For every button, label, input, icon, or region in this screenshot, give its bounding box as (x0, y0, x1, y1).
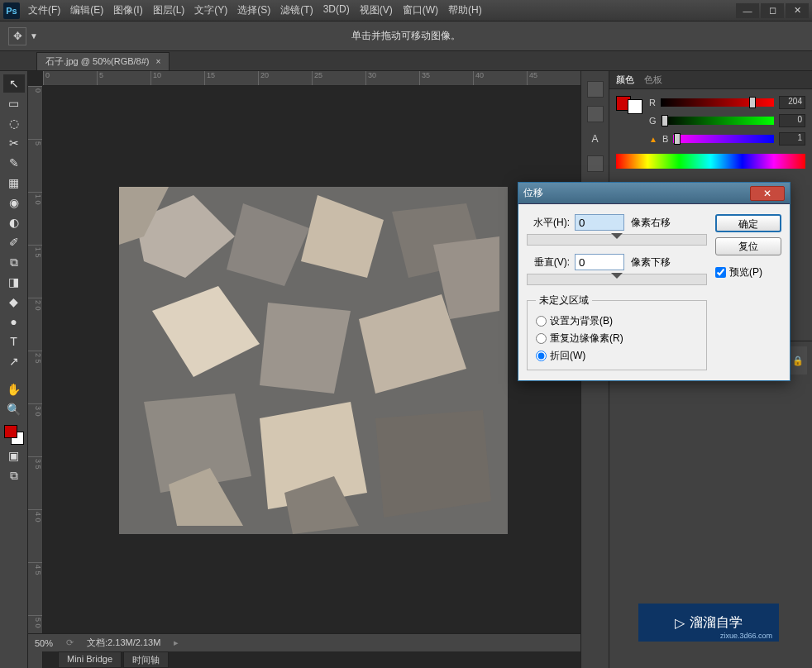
horizontal-input[interactable] (575, 214, 624, 231)
menu-edit[interactable]: 编辑(E) (70, 3, 103, 17)
vertical-label: 垂直(V): (527, 255, 570, 270)
vertical-input[interactable] (575, 254, 624, 270)
move-tool-icon[interactable]: ✥ (8, 27, 26, 45)
canvas-image[interactable] (119, 187, 508, 534)
horizontal-unit: 像素右移 (631, 216, 671, 230)
crop-tool[interactable]: ✂ (3, 134, 25, 152)
menu-help[interactable]: 帮助(H) (448, 3, 482, 17)
radio-repeat-edge[interactable] (536, 333, 547, 344)
svg-marker-10 (375, 410, 491, 518)
zoom-level[interactable]: 50% (35, 638, 53, 648)
character-panel-icon[interactable]: A (587, 131, 604, 147)
horizontal-slider[interactable] (527, 234, 707, 246)
menu-image[interactable]: 图像(I) (113, 3, 142, 17)
doc-size: 文档:2.13M/2.13M (87, 637, 160, 649)
zoom-tool[interactable]: 🔍 (3, 400, 25, 418)
menu-window[interactable]: 窗口(W) (403, 3, 438, 17)
type-tool[interactable]: T (3, 332, 25, 351)
status-bar: 50% ⟳ 文档:2.13M/2.13M ▸ (28, 633, 580, 651)
blue-value[interactable]: 1 (779, 132, 805, 146)
g-label: G (649, 116, 657, 126)
close-tab-icon[interactable]: × (156, 57, 161, 66)
b-label: B (662, 134, 668, 144)
offset-dialog: 位移 ✕ 水平(H): 像素右移 垂直(V): 像素下移 未定义区域 设置为背景… (518, 182, 791, 381)
color-swatches[interactable] (4, 425, 24, 445)
pen-tool[interactable]: ● (3, 313, 25, 331)
r-label: R (649, 98, 656, 107)
main-menu: 文件(F) 编辑(E) 图像(I) 图层(L) 文字(Y) 选择(S) 滤镜(T… (28, 3, 482, 17)
hand-tool[interactable]: ✋ (3, 380, 25, 398)
group-legend: 未定义区域 (536, 293, 592, 308)
actions-panel-icon[interactable] (587, 106, 604, 122)
dialog-title: 位移 (523, 186, 543, 200)
menu-file[interactable]: 文件(F) (28, 3, 60, 17)
eyedropper-tool[interactable]: ✎ (3, 154, 25, 172)
ok-button[interactable]: 确定 (715, 214, 781, 232)
vertical-slider[interactable] (527, 274, 707, 285)
menu-3d[interactable]: 3D(D) (323, 3, 350, 17)
maximize-button[interactable]: ◻ (761, 3, 784, 18)
dialog-close-button[interactable]: ✕ (750, 186, 785, 201)
spectrum-bar[interactable] (616, 154, 805, 169)
red-value[interactable]: 204 (779, 96, 805, 109)
blue-slider[interactable] (673, 135, 774, 143)
horizontal-label: 水平(H): (527, 216, 570, 230)
eraser-tool[interactable]: ⧉ (3, 253, 25, 271)
preview-checkbox[interactable] (715, 267, 726, 278)
screenmode-icon[interactable]: ⧉ (3, 466, 25, 484)
minimize-button[interactable]: — (736, 3, 759, 18)
color-panel-swatches[interactable] (616, 96, 642, 144)
menu-view[interactable]: 视图(V) (360, 3, 393, 17)
reset-button[interactable]: 复位 (715, 237, 781, 255)
vertical-ruler: 051 01 52 02 53 03 54 04 55 0 (28, 86, 43, 668)
close-button[interactable]: ✕ (786, 3, 809, 18)
stamp-tool[interactable]: ◐ (3, 213, 25, 231)
green-slider[interactable] (662, 117, 774, 125)
blur-tool[interactable]: ◆ (3, 293, 25, 311)
red-slider[interactable] (661, 98, 774, 107)
color-tab[interactable]: 颜色 (616, 74, 634, 86)
gradient-tool[interactable]: ◨ (3, 273, 25, 291)
healing-tool[interactable]: ▦ (3, 174, 25, 192)
vertical-unit: 像素下移 (631, 255, 671, 270)
radio-background[interactable] (536, 316, 547, 327)
undefined-area-group: 未定义区域 设置为背景(B) 重复边缘像素(R) 折回(W) (527, 293, 707, 370)
lock-icon: 🔒 (792, 355, 804, 366)
menu-filter[interactable]: 滤镜(T) (280, 3, 313, 17)
watermark: ▷溜溜自学 zixue.3d66.com (638, 604, 779, 642)
marquee-tool[interactable]: ▭ (3, 94, 25, 112)
quickmask-icon[interactable]: ▣ (3, 446, 25, 465)
menu-type[interactable]: 文字(Y) (194, 3, 227, 17)
history-brush-tool[interactable]: ✐ (3, 233, 25, 251)
menu-select[interactable]: 选择(S) (237, 3, 270, 17)
path-tool[interactable]: ↗ (3, 352, 25, 370)
lasso-tool[interactable]: ◌ (3, 114, 25, 132)
brush-tool[interactable]: ◉ (3, 193, 25, 212)
preview-label: 预览(P) (729, 265, 762, 279)
paragraph-panel-icon[interactable] (587, 155, 604, 172)
options-hint: 单击并拖动可移动图像。 (351, 29, 461, 43)
swatches-tab[interactable]: 色板 (644, 74, 662, 86)
history-panel-icon[interactable] (587, 81, 604, 98)
tab-timeline[interactable]: 时间轴 (123, 651, 169, 668)
tab-mini-bridge[interactable]: Mini Bridge (58, 651, 122, 668)
move-tool[interactable]: ↖ (3, 74, 25, 93)
toolbox: ↖ ▭ ◌ ✂ ✎ ▦ ◉ ◐ ✐ ⧉ ◨ ◆ ● T ↗ ✋ 🔍 ▣ ⧉ (0, 71, 28, 668)
radio-wrap[interactable] (536, 351, 547, 361)
menu-layer[interactable]: 图层(L) (153, 3, 185, 17)
app-logo: Ps (3, 2, 20, 19)
green-value[interactable]: 0 (779, 114, 805, 127)
document-tab[interactable]: 石子.jpg @ 50%(RGB/8#) × (36, 52, 170, 70)
horizontal-ruler: 051015202530354045 (43, 71, 580, 86)
document-tab-label: 石子.jpg @ 50%(RGB/8#) (45, 55, 150, 68)
foreground-color-swatch[interactable] (4, 425, 17, 438)
